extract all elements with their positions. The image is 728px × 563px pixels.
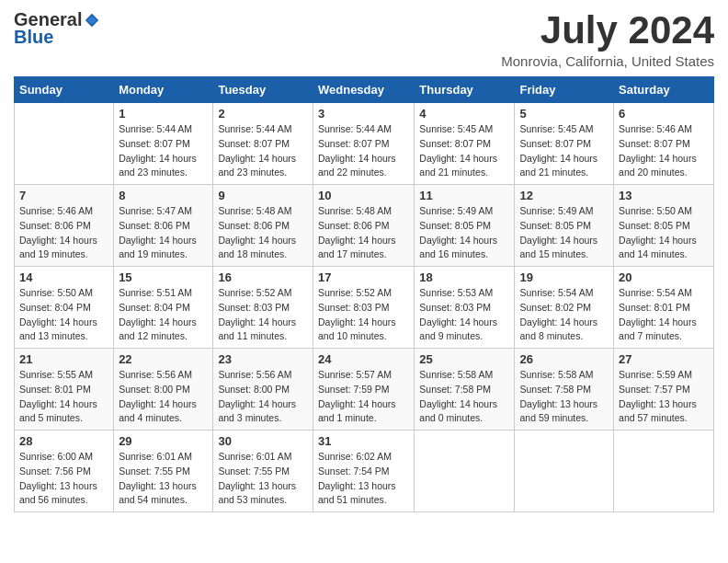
calendar-cell: 27Sunrise: 5:59 AM Sunset: 7:57 PM Dayli…: [614, 349, 714, 431]
day-number: 17: [318, 270, 409, 284]
calendar-cell: 7Sunrise: 5:46 AM Sunset: 8:06 PM Daylig…: [15, 185, 114, 267]
calendar-cell: 9Sunrise: 5:48 AM Sunset: 8:06 PM Daylig…: [213, 185, 313, 267]
day-info: Sunrise: 5:45 AM Sunset: 8:07 PM Dayligh…: [519, 122, 609, 180]
calendar-cell: 28Sunrise: 6:00 AM Sunset: 7:56 PM Dayli…: [15, 431, 114, 512]
page-header: General Blue July 2024 Monrovia, Califor…: [14, 9, 714, 69]
day-number: 7: [19, 189, 108, 202]
day-number: 13: [619, 189, 709, 202]
day-number: 31: [318, 434, 409, 448]
day-number: 30: [218, 434, 308, 448]
title-section: July 2024 Monrovia, California, United S…: [501, 9, 714, 69]
calendar-cell: 20Sunrise: 5:54 AM Sunset: 8:01 PM Dayli…: [614, 267, 714, 349]
day-info: Sunrise: 5:50 AM Sunset: 8:05 PM Dayligh…: [619, 204, 709, 262]
calendar-cell: [515, 431, 614, 512]
calendar-cell: 19Sunrise: 5:54 AM Sunset: 8:02 PM Dayli…: [515, 267, 614, 349]
calendar-cell: 6Sunrise: 5:46 AM Sunset: 8:07 PM Daylig…: [614, 103, 714, 185]
day-info: Sunrise: 5:45 AM Sunset: 8:07 PM Dayligh…: [419, 122, 509, 180]
day-info: Sunrise: 5:48 AM Sunset: 8:06 PM Dayligh…: [318, 204, 409, 262]
day-number: 11: [419, 189, 509, 202]
logo: General Blue: [14, 9, 100, 48]
weekday-header-tuesday: Tuesday: [213, 77, 313, 103]
day-number: 2: [218, 107, 308, 121]
day-info: Sunrise: 5:46 AM Sunset: 8:07 PM Dayligh…: [619, 122, 709, 180]
day-number: 6: [619, 107, 709, 121]
calendar-cell: 10Sunrise: 5:48 AM Sunset: 8:06 PM Dayli…: [313, 185, 414, 267]
day-info: Sunrise: 5:51 AM Sunset: 8:04 PM Dayligh…: [119, 286, 208, 344]
day-number: 16: [218, 270, 308, 284]
day-info: Sunrise: 5:56 AM Sunset: 8:00 PM Dayligh…: [119, 368, 208, 426]
day-info: Sunrise: 5:58 AM Sunset: 7:58 PM Dayligh…: [519, 368, 609, 426]
day-number: 19: [519, 270, 609, 284]
day-number: 8: [119, 189, 208, 202]
day-info: Sunrise: 5:47 AM Sunset: 8:06 PM Dayligh…: [119, 204, 208, 262]
calendar-cell: 30Sunrise: 6:01 AM Sunset: 7:55 PM Dayli…: [213, 431, 313, 512]
day-number: 20: [619, 270, 709, 284]
week-row-5: 28Sunrise: 6:00 AM Sunset: 7:56 PM Dayli…: [15, 431, 714, 512]
weekday-header-sunday: Sunday: [15, 77, 114, 103]
calendar-cell: 2Sunrise: 5:44 AM Sunset: 8:07 PM Daylig…: [213, 103, 313, 185]
day-number: 10: [318, 189, 409, 202]
day-info: Sunrise: 6:00 AM Sunset: 7:56 PM Dayligh…: [19, 450, 108, 508]
day-number: 3: [318, 107, 409, 121]
day-number: 15: [119, 270, 208, 284]
day-info: Sunrise: 5:59 AM Sunset: 7:57 PM Dayligh…: [619, 368, 709, 426]
calendar-cell: 18Sunrise: 5:53 AM Sunset: 8:03 PM Dayli…: [415, 267, 515, 349]
day-info: Sunrise: 5:53 AM Sunset: 8:03 PM Dayligh…: [419, 286, 509, 344]
day-number: 27: [619, 352, 709, 366]
week-row-1: 1Sunrise: 5:44 AM Sunset: 8:07 PM Daylig…: [15, 103, 714, 185]
day-info: Sunrise: 5:55 AM Sunset: 8:01 PM Dayligh…: [19, 368, 108, 426]
day-info: Sunrise: 5:44 AM Sunset: 8:07 PM Dayligh…: [119, 122, 208, 180]
weekday-header-thursday: Thursday: [415, 77, 515, 103]
calendar-cell: 15Sunrise: 5:51 AM Sunset: 8:04 PM Dayli…: [114, 267, 213, 349]
calendar-cell: 4Sunrise: 5:45 AM Sunset: 8:07 PM Daylig…: [415, 103, 515, 185]
day-info: Sunrise: 5:44 AM Sunset: 8:07 PM Dayligh…: [218, 122, 308, 180]
day-number: 1: [119, 107, 208, 121]
calendar-cell: 3Sunrise: 5:44 AM Sunset: 8:07 PM Daylig…: [313, 103, 414, 185]
weekday-header-friday: Friday: [515, 77, 614, 103]
day-number: 28: [19, 434, 108, 448]
day-number: 25: [419, 352, 509, 366]
day-number: 26: [519, 352, 609, 366]
calendar-table: SundayMondayTuesdayWednesdayThursdayFrid…: [14, 76, 714, 512]
day-number: 23: [218, 352, 308, 366]
day-number: 18: [419, 270, 509, 284]
day-info: Sunrise: 5:50 AM Sunset: 8:04 PM Dayligh…: [19, 286, 108, 344]
day-info: Sunrise: 5:52 AM Sunset: 8:03 PM Dayligh…: [318, 286, 409, 344]
week-row-4: 21Sunrise: 5:55 AM Sunset: 8:01 PM Dayli…: [15, 349, 714, 431]
calendar-cell: 1Sunrise: 5:44 AM Sunset: 8:07 PM Daylig…: [114, 103, 213, 185]
day-info: Sunrise: 5:54 AM Sunset: 8:02 PM Dayligh…: [519, 286, 609, 344]
day-info: Sunrise: 5:44 AM Sunset: 8:07 PM Dayligh…: [318, 122, 409, 180]
week-row-2: 7Sunrise: 5:46 AM Sunset: 8:06 PM Daylig…: [15, 185, 714, 267]
calendar-cell: 25Sunrise: 5:58 AM Sunset: 7:58 PM Dayli…: [415, 349, 515, 431]
day-number: 24: [318, 352, 409, 366]
calendar-cell: 22Sunrise: 5:56 AM Sunset: 8:00 PM Dayli…: [114, 349, 213, 431]
calendar-cell: 31Sunrise: 6:02 AM Sunset: 7:54 PM Dayli…: [313, 431, 414, 512]
calendar-cell: 11Sunrise: 5:49 AM Sunset: 8:05 PM Dayli…: [415, 185, 515, 267]
month-year-title: July 2024: [501, 9, 714, 52]
day-number: 4: [419, 107, 509, 121]
day-info: Sunrise: 5:57 AM Sunset: 7:59 PM Dayligh…: [318, 368, 409, 426]
calendar-cell: [614, 431, 714, 512]
calendar-cell: 5Sunrise: 5:45 AM Sunset: 8:07 PM Daylig…: [515, 103, 614, 185]
weekday-header-wednesday: Wednesday: [313, 77, 414, 103]
day-number: 21: [19, 352, 108, 366]
day-info: Sunrise: 5:54 AM Sunset: 8:01 PM Dayligh…: [619, 286, 709, 344]
week-row-3: 14Sunrise: 5:50 AM Sunset: 8:04 PM Dayli…: [15, 267, 714, 349]
day-number: 29: [119, 434, 208, 448]
day-info: Sunrise: 5:48 AM Sunset: 8:06 PM Dayligh…: [218, 204, 308, 262]
day-info: Sunrise: 6:02 AM Sunset: 7:54 PM Dayligh…: [318, 450, 409, 508]
calendar-cell: 13Sunrise: 5:50 AM Sunset: 8:05 PM Dayli…: [614, 185, 714, 267]
calendar-cell: 14Sunrise: 5:50 AM Sunset: 8:04 PM Dayli…: [15, 267, 114, 349]
day-info: Sunrise: 5:49 AM Sunset: 8:05 PM Dayligh…: [419, 204, 509, 262]
day-info: Sunrise: 6:01 AM Sunset: 7:55 PM Dayligh…: [119, 450, 208, 508]
calendar-cell: 26Sunrise: 5:58 AM Sunset: 7:58 PM Dayli…: [515, 349, 614, 431]
calendar-cell: 21Sunrise: 5:55 AM Sunset: 8:01 PM Dayli…: [15, 349, 114, 431]
calendar-cell: 24Sunrise: 5:57 AM Sunset: 7:59 PM Dayli…: [313, 349, 414, 431]
calendar-cell: [15, 103, 114, 185]
calendar-cell: 12Sunrise: 5:49 AM Sunset: 8:05 PM Dayli…: [515, 185, 614, 267]
day-info: Sunrise: 5:56 AM Sunset: 8:00 PM Dayligh…: [218, 368, 308, 426]
weekday-header-saturday: Saturday: [614, 77, 714, 103]
calendar-cell: 29Sunrise: 6:01 AM Sunset: 7:55 PM Dayli…: [114, 431, 213, 512]
day-number: 9: [218, 189, 308, 202]
day-info: Sunrise: 5:52 AM Sunset: 8:03 PM Dayligh…: [218, 286, 308, 344]
